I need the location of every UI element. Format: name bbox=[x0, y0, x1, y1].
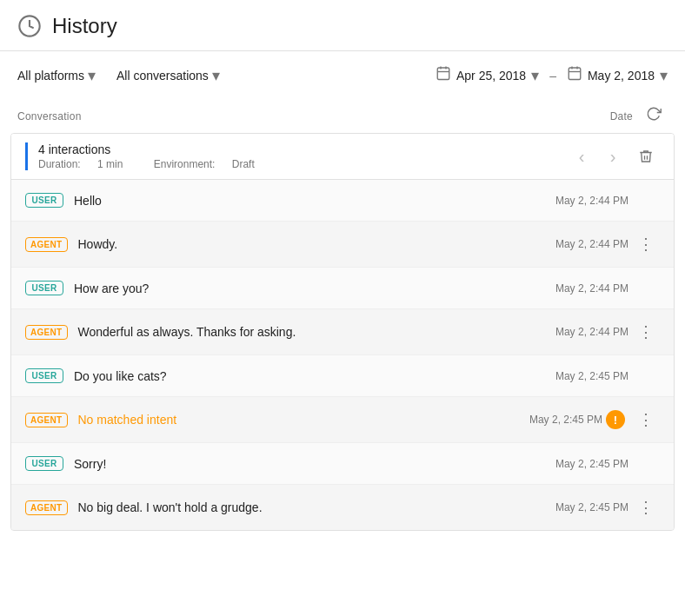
message-actions: ⋮ bbox=[632, 232, 660, 256]
more-options-button[interactable]: ⋮ bbox=[634, 495, 658, 520]
more-options-button[interactable]: ⋮ bbox=[634, 407, 658, 432]
calendar-to-icon bbox=[567, 65, 582, 85]
group-meta: Duration: 1 min Environment: Draft bbox=[38, 158, 569, 170]
page-header: History bbox=[0, 0, 685, 51]
delete-button[interactable] bbox=[632, 142, 660, 170]
message-row: USERDo you like cats?May 2, 2:45 PM bbox=[11, 355, 674, 397]
message-text: Hello bbox=[74, 194, 533, 208]
message-end-section: May 2, 2:44 PM bbox=[533, 282, 660, 295]
message-row: AGENTHowdy.May 2, 2:44 PM⋮ bbox=[11, 222, 674, 268]
message-actions: ⋮ bbox=[632, 407, 660, 432]
message-date: May 2, 2:45 PM bbox=[507, 414, 602, 426]
group-header-info: 4 interactions Duration: 1 min Environme… bbox=[25, 142, 569, 170]
group-duration-value: 1 min bbox=[97, 158, 123, 170]
group-duration-label: Duration: bbox=[38, 158, 81, 170]
platform-filter-label: All platforms bbox=[17, 69, 84, 83]
date-filter: Apr 25, 2018 ▾ – May 2, 2018 ▾ bbox=[436, 65, 668, 85]
group-duration: Duration: 1 min bbox=[38, 158, 140, 170]
message-row: USERHelloMay 2, 2:44 PM bbox=[11, 180, 674, 222]
group-environment-label: Environment: bbox=[154, 158, 216, 170]
group-header: 4 interactions Duration: 1 min Environme… bbox=[11, 134, 674, 180]
date-from-value: Apr 25, 2018 bbox=[456, 69, 526, 83]
message-row: USERHow are you?May 2, 2:44 PM bbox=[11, 268, 674, 309]
col-conversation-header: Conversation bbox=[17, 110, 529, 123]
message-row: AGENTNo big deal. I won't hold a grudge.… bbox=[11, 485, 674, 530]
message-text: How are you? bbox=[74, 282, 533, 295]
message-row: AGENTNo matched intentMay 2, 2:45 PM!⋮ bbox=[11, 397, 674, 443]
message-text: Howdy. bbox=[78, 237, 534, 251]
date-from-chevron-icon: ▾ bbox=[531, 66, 539, 85]
refresh-button[interactable] bbox=[640, 106, 668, 126]
role-badge-user: USER bbox=[25, 193, 63, 208]
conversation-chevron-icon: ▾ bbox=[212, 68, 220, 83]
message-end-section: May 2, 2:44 PM⋮ bbox=[533, 232, 660, 256]
next-button[interactable]: › bbox=[601, 144, 625, 169]
message-actions: ⋮ bbox=[632, 320, 660, 344]
role-badge-agent: AGENT bbox=[25, 237, 68, 252]
platform-filter[interactable]: All platforms ▾ bbox=[17, 68, 96, 83]
message-text: Wonderful as always. Thanks for asking. bbox=[78, 325, 534, 339]
more-options-button[interactable]: ⋮ bbox=[634, 232, 658, 256]
message-actions: ⋮ bbox=[632, 495, 660, 520]
svg-rect-5 bbox=[569, 68, 581, 80]
col-date-header: Date bbox=[529, 110, 633, 123]
group-environment-value: Draft bbox=[232, 158, 255, 170]
message-date: May 2, 2:45 PM bbox=[533, 370, 628, 382]
filter-bar: All platforms ▾ All conversations ▾ Apr … bbox=[0, 51, 685, 99]
message-date: May 2, 2:44 PM bbox=[533, 282, 628, 295]
conversation-filter-label: All conversations bbox=[116, 69, 209, 83]
role-badge-user: USER bbox=[25, 281, 63, 295]
group-title: 4 interactions bbox=[38, 142, 569, 156]
warning-icon: ! bbox=[606, 410, 625, 429]
date-to-picker[interactable]: May 2, 2018 ▾ bbox=[567, 65, 668, 85]
message-text: No matched intent bbox=[78, 413, 508, 427]
svg-rect-1 bbox=[437, 68, 449, 80]
message-date: May 2, 2:44 PM bbox=[533, 326, 628, 338]
message-end-section: May 2, 2:45 PM bbox=[533, 458, 660, 470]
date-from-picker[interactable]: Apr 25, 2018 ▾ bbox=[436, 65, 539, 85]
message-row: AGENTWonderful as always. Thanks for ask… bbox=[11, 309, 674, 355]
message-end-section: May 2, 2:45 PM!⋮ bbox=[507, 407, 660, 432]
messages-list: USERHelloMay 2, 2:44 PMAGENTHowdy.May 2,… bbox=[11, 180, 674, 530]
platform-chevron-icon: ▾ bbox=[88, 68, 96, 83]
date-to-chevron-icon: ▾ bbox=[660, 66, 668, 85]
role-badge-user: USER bbox=[25, 456, 63, 471]
role-badge-user: USER bbox=[25, 368, 63, 383]
message-end-section: May 2, 2:45 PM bbox=[533, 370, 660, 382]
group-actions: ‹ › bbox=[569, 142, 660, 170]
message-text: Sorry! bbox=[74, 457, 533, 471]
date-to-value: May 2, 2018 bbox=[588, 69, 655, 83]
message-date: May 2, 2:45 PM bbox=[533, 458, 628, 470]
prev-button[interactable]: ‹ bbox=[569, 144, 594, 169]
message-end-section: May 2, 2:44 PM⋮ bbox=[533, 320, 660, 344]
page-title: History bbox=[52, 14, 117, 38]
clock-icon bbox=[17, 14, 42, 38]
message-row: USERSorry!May 2, 2:45 PM bbox=[11, 443, 674, 485]
role-badge-agent: AGENT bbox=[25, 500, 68, 515]
message-text: No big deal. I won't hold a grudge. bbox=[78, 500, 534, 514]
message-date: May 2, 2:44 PM bbox=[533, 195, 628, 207]
calendar-from-icon bbox=[436, 65, 451, 85]
conversation-filter[interactable]: All conversations ▾ bbox=[116, 68, 220, 83]
message-text: Do you like cats? bbox=[74, 369, 533, 383]
group-environment: Environment: Draft bbox=[154, 158, 269, 170]
role-badge-agent: AGENT bbox=[25, 413, 68, 427]
message-date: May 2, 2:44 PM bbox=[533, 238, 628, 250]
role-badge-agent: AGENT bbox=[25, 325, 68, 340]
date-separator: – bbox=[546, 69, 560, 83]
message-date: May 2, 2:45 PM bbox=[533, 501, 628, 513]
message-end-section: May 2, 2:45 PM⋮ bbox=[533, 495, 660, 520]
message-end-section: May 2, 2:44 PM bbox=[533, 195, 660, 207]
table-header: Conversation Date bbox=[0, 99, 685, 133]
conversation-group: 4 interactions Duration: 1 min Environme… bbox=[10, 133, 675, 531]
more-options-button[interactable]: ⋮ bbox=[634, 320, 658, 344]
